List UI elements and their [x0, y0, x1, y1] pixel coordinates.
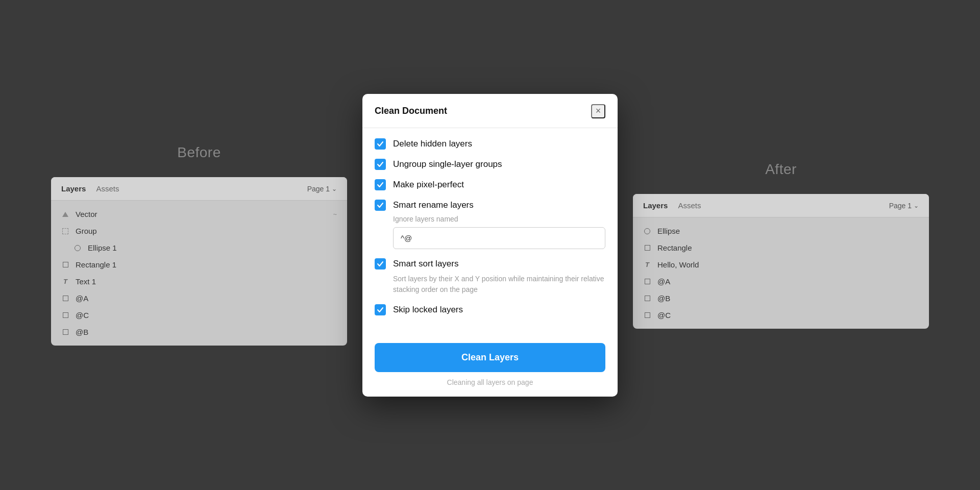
checkbox-skip-locked[interactable]	[375, 304, 386, 315]
checkbox-smart-sort[interactable]	[375, 258, 386, 270]
dialog-title: Clean Document	[375, 106, 447, 116]
footer-note: Cleaning all layers on page	[375, 378, 605, 386]
checkbox-smart-rename[interactable]	[375, 200, 386, 211]
dialog-overlay: Clean Document × Delete hidden layers	[0, 0, 980, 490]
option-label-smart-rename: Smart rename layers	[393, 200, 474, 210]
option-label-pixel-perfect: Make pixel-perfect	[393, 180, 464, 190]
dialog-body: Delete hidden layers Ungroup single-laye…	[362, 128, 618, 335]
dialog-header: Clean Document ×	[362, 94, 618, 128]
clean-document-dialog: Clean Document × Delete hidden layers	[362, 94, 618, 397]
close-button[interactable]: ×	[591, 104, 605, 118]
option-pixel-perfect: Make pixel-perfect	[375, 179, 605, 190]
dialog-footer: Clean Layers Cleaning all layers on page	[362, 335, 618, 397]
option-ungroup-single: Ungroup single-layer groups	[375, 159, 605, 170]
option-label-smart-sort: Smart sort layers	[393, 259, 458, 269]
clean-layers-button[interactable]: Clean Layers	[375, 343, 605, 372]
option-label-delete-hidden: Delete hidden layers	[393, 139, 472, 149]
ignore-label: Ignore layers named	[393, 215, 605, 223]
option-smart-rename: Smart rename layers	[375, 200, 605, 211]
option-smart-sort: Smart sort layers	[375, 258, 605, 270]
checkbox-delete-hidden[interactable]	[375, 138, 386, 150]
checkbox-pixel-perfect[interactable]	[375, 179, 386, 190]
checkbox-ungroup-single[interactable]	[375, 159, 386, 170]
option-label-ungroup-single: Ungroup single-layer groups	[393, 159, 502, 169]
sort-description: Sort layers by their X and Y position wh…	[393, 274, 605, 295]
option-delete-hidden: Delete hidden layers	[375, 138, 605, 150]
smart-rename-sub: Ignore layers named	[393, 215, 605, 249]
option-label-skip-locked: Skip locked layers	[393, 305, 463, 315]
sort-desc-container: Sort layers by their X and Y position wh…	[393, 274, 605, 295]
option-skip-locked: Skip locked layers	[375, 304, 605, 315]
ignore-input[interactable]	[393, 227, 605, 249]
